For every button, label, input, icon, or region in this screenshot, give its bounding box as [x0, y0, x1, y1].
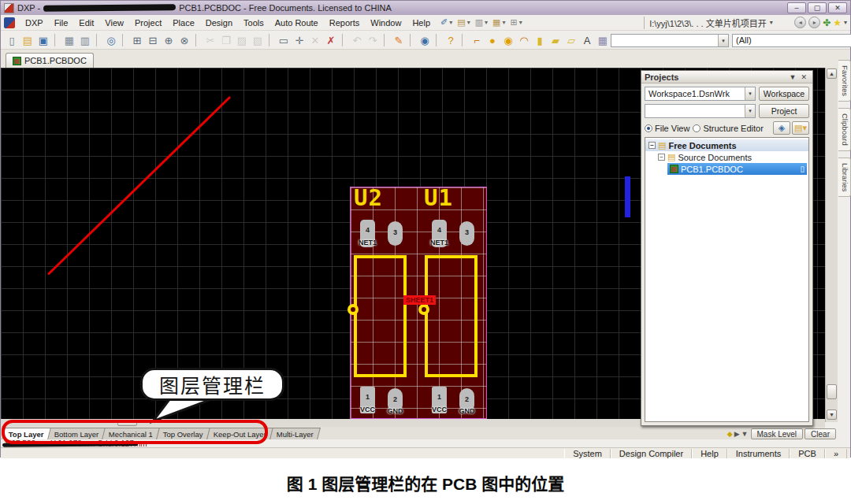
menubar-tool-icon[interactable]: ✐▾: [440, 17, 452, 28]
toolbar-icon[interactable]: [410, 34, 415, 46]
canvas-vertical-scrollbar[interactable]: ▲ ▼: [825, 68, 838, 422]
mask-icon[interactable]: ◆: [727, 430, 734, 438]
pad-u1-1[interactable]: 1VCC: [432, 387, 447, 413]
pad-u2-2[interactable]: 2GND: [388, 388, 403, 413]
toolbar-icon[interactable]: ▮: [532, 33, 548, 47]
pad-u1-4[interactable]: 4NET1: [432, 220, 447, 247]
toolbar-icon[interactable]: ▦: [61, 33, 77, 47]
tree-item-pcb1-pcbdoc[interactable]: ▦ PCB1.PCBDOC ▯: [645, 163, 808, 175]
vscroll-thumb[interactable]: [827, 384, 837, 399]
toolbar-icon[interactable]: [122, 34, 128, 46]
layer-tab[interactable]: Top Layer: [2, 428, 50, 439]
hscroll-thumb[interactable]: [117, 420, 137, 426]
toolbar-icon[interactable]: [269, 34, 274, 46]
pad-u1-2[interactable]: 2GND: [459, 388, 474, 413]
statusbar-button[interactable]: »: [825, 449, 847, 458]
back-icon[interactable]: ◂: [794, 17, 806, 28]
pcb-blue-track[interactable]: [625, 176, 630, 217]
menubar-tool-icon[interactable]: ▤▾: [457, 17, 470, 28]
menubar-tool-icon[interactable]: ▦▾: [492, 17, 505, 28]
toolbar-icon[interactable]: ◉: [500, 33, 516, 47]
menu-item[interactable]: Help: [407, 17, 436, 29]
toolbar-icon[interactable]: [54, 34, 60, 46]
collapse-icon[interactable]: −: [658, 154, 665, 161]
statusbar-button[interactable]: PCB: [790, 449, 825, 458]
layer-tab[interactable]: Keep-Out Layer: [206, 428, 273, 439]
panel-tab[interactable]: Libraries: [838, 158, 851, 197]
toolbar-icon[interactable]: ↷: [365, 33, 381, 47]
toolbar-icon[interactable]: ✂: [203, 33, 218, 47]
sort-icon[interactable]: ◈: [773, 121, 790, 135]
toolbar-icon[interactable]: ↶: [349, 33, 365, 47]
mask-level-button[interactable]: Mask Level: [751, 428, 804, 439]
toolbar-icon[interactable]: [436, 34, 441, 46]
panel-tab[interactable]: Clipboard: [838, 108, 851, 151]
toolbar-icon[interactable]: ⊕: [161, 33, 177, 47]
favorites-star-icon[interactable]: ★: [833, 17, 842, 28]
toolbar-icon[interactable]: ◎: [103, 33, 119, 47]
pad-u1-3[interactable]: 3: [459, 221, 474, 246]
workspace-combobox[interactable]: Workspace1.DsnWrk▾: [645, 87, 756, 101]
recent-path-combobox[interactable]: I:\yyj\1\2\3\. . . 文单片机项目开▾: [644, 17, 792, 29]
home-icon[interactable]: ✤: [823, 17, 831, 28]
open-folder-icon[interactable]: ▤▾: [792, 121, 809, 135]
toolbar-icon[interactable]: [342, 34, 347, 46]
pad-u2-3[interactable]: 3: [388, 221, 403, 246]
panel-close-icon[interactable]: ✕: [798, 73, 809, 81]
layer-tab[interactable]: Bottom Layer: [47, 428, 106, 439]
project-button[interactable]: Project: [759, 104, 809, 118]
menu-item[interactable]: View: [99, 17, 129, 29]
toolbar-icon[interactable]: ?: [443, 33, 459, 47]
toolbar-icon[interactable]: ▯: [4, 33, 20, 47]
toolbar-icon[interactable]: ▥: [77, 33, 93, 47]
toolbar-icon[interactable]: ◠: [516, 33, 532, 47]
panel-collapse-icon[interactable]: ▼: [787, 73, 799, 81]
collapse-icon[interactable]: −: [648, 142, 656, 149]
toolbar-icon[interactable]: ▱: [563, 33, 579, 47]
toolbar-icon[interactable]: A: [579, 33, 595, 47]
close-button[interactable]: ✕: [828, 2, 847, 13]
menu-item[interactable]: File: [49, 17, 74, 29]
menu-item[interactable]: Tools: [238, 17, 269, 29]
toolbar-icon[interactable]: ⊗: [177, 33, 192, 47]
toolbar-icon[interactable]: ▨: [234, 33, 250, 47]
tree-item-source-documents[interactable]: − ▤ Source Documents: [645, 151, 808, 163]
workspace-button[interactable]: Workspace: [759, 87, 809, 101]
title-bar[interactable]: DXP - PCB1.PCBDOC - Free Documents. Lice…: [1, 1, 850, 15]
toolbar-icon[interactable]: ⊟: [145, 33, 161, 47]
pcb-track-red[interactable]: [47, 96, 231, 276]
statusbar-button[interactable]: Help: [692, 449, 727, 458]
tab-pcb1-pcbdoc[interactable]: ▦ PCB1.PCBDOC: [6, 53, 94, 68]
toolbar-icon[interactable]: ▤: [20, 33, 35, 47]
toolbar-icon[interactable]: ●: [485, 33, 500, 47]
panel-tab[interactable]: Favorites: [838, 60, 851, 102]
radio-structure-editor[interactable]: Structure Editor: [693, 124, 763, 133]
toolbar-icon[interactable]: ◉: [417, 33, 433, 47]
menu-item[interactable]: Project: [129, 17, 167, 29]
project-combobox[interactable]: ▾: [645, 104, 756, 118]
menu-item[interactable]: DXP: [20, 17, 49, 29]
toolbar-icon[interactable]: ▰: [548, 33, 563, 47]
component-refdes-u2[interactable]: U2: [354, 184, 383, 211]
component-outline-u1[interactable]: [425, 255, 478, 377]
menu-item[interactable]: Place: [167, 17, 200, 29]
mask-icon[interactable]: ▶: [734, 430, 741, 438]
toolbar-icon[interactable]: [195, 34, 201, 46]
forward-icon[interactable]: ▸: [808, 17, 820, 28]
restore-button[interactable]: ▢: [808, 2, 827, 13]
tree-item-free-documents[interactable]: − ▤ Free Documents: [645, 139, 808, 151]
statusbar-button[interactable]: Instruments: [727, 449, 790, 458]
toolbar-icon[interactable]: ⌐: [469, 33, 485, 47]
menu-item[interactable]: Design: [200, 17, 238, 29]
toolbar-icon[interactable]: ▦: [595, 33, 611, 47]
filter-combobox-all[interactable]: (All)▾: [732, 34, 851, 47]
toolbar-icon[interactable]: ✕: [307, 33, 323, 47]
layer-tab[interactable]: Multi-Layer: [269, 428, 321, 439]
toolbar-icon[interactable]: ✎: [391, 33, 407, 47]
menu-item[interactable]: Window: [365, 17, 407, 29]
toolbar-icon[interactable]: ✗: [323, 33, 339, 47]
pad-u2-1[interactable]: 1VCC: [360, 387, 375, 413]
minimize-button[interactable]: –: [787, 2, 806, 13]
component-refdes-u1[interactable]: U1: [424, 184, 453, 211]
menu-item[interactable]: Edit: [73, 17, 99, 29]
